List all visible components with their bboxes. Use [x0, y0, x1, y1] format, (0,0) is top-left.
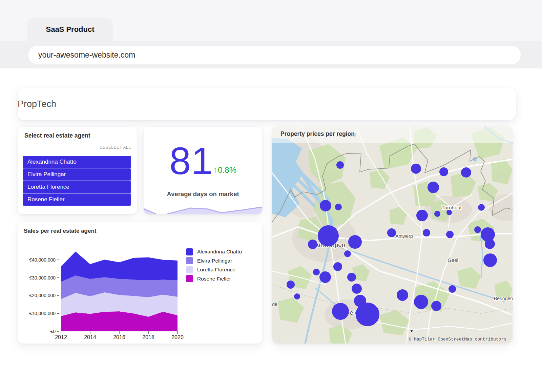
legend-swatch: [186, 266, 193, 273]
chart-legend: Alexandrina ChattoElvira PellingarLorett…: [186, 247, 242, 283]
legend-label: Elvira Pellingar: [197, 258, 232, 264]
agent-button-list: Alexandrina ChattoElvira PellingarLorett…: [23, 156, 131, 206]
dashboard-header-card: PropTech: [18, 88, 516, 120]
map-title: Property prices per region: [280, 130, 355, 138]
price-bubble[interactable]: [428, 182, 439, 193]
price-bubble[interactable]: [449, 285, 456, 293]
arrow-up-icon: ↑: [213, 165, 217, 175]
x-tick-label: 2016: [113, 334, 125, 340]
x-tick-label: 2018: [142, 334, 154, 340]
price-bubble[interactable]: [431, 301, 441, 311]
kpi-delta: ↑ 0.8%: [213, 165, 236, 175]
price-bubble[interactable]: [308, 240, 317, 249]
legend-swatch: [186, 257, 193, 264]
area-band: [61, 311, 178, 331]
url-bar-strip: your-awesome-website.com: [0, 41, 542, 68]
map-place-label: Geel: [447, 257, 458, 263]
page-title: PropTech: [18, 99, 56, 109]
price-bubble[interactable]: [461, 167, 471, 178]
price-bubble[interactable]: [387, 228, 396, 237]
price-bubble[interactable]: [411, 164, 421, 174]
price-bubble[interactable]: [344, 250, 351, 257]
kpi-delta-value: 0.8%: [218, 165, 236, 175]
price-bubble[interactable]: [313, 269, 320, 275]
legend-label: Alexandrina Chatto: [197, 249, 242, 255]
map-place-label: Beringen: [494, 296, 513, 301]
price-bubble[interactable]: [416, 210, 428, 221]
map[interactable]: RoosendaalTurnhoutAntwerpAntwerpenGeelMe…: [272, 126, 513, 344]
price-bubble[interactable]: [287, 281, 295, 289]
map-place-label: Turnhout: [441, 205, 462, 210]
agent-button[interactable]: Alexandrina Chatto: [23, 156, 131, 168]
y-tick-label: €30,000,000: [29, 275, 56, 281]
agent-button[interactable]: Rosene Fieller: [23, 193, 131, 206]
price-bubble[interactable]: [485, 239, 495, 249]
price-bubble[interactable]: [318, 225, 339, 246]
y-tick-label: €10,000,000: [29, 311, 56, 316]
agent-panel-title: Select real estate agent: [24, 132, 90, 139]
price-bubble[interactable]: [332, 303, 349, 320]
agent-button[interactable]: Loretta Florence: [23, 181, 131, 193]
legend-swatch: [186, 248, 193, 255]
price-bubble[interactable]: [347, 273, 356, 282]
price-bubble[interactable]: [446, 231, 454, 238]
map-place-label: Antwerp: [395, 233, 413, 239]
y-tick-label: €40,000,000: [29, 257, 56, 263]
price-bubble[interactable]: [294, 293, 300, 300]
map-marker-icon: ▼: [410, 329, 414, 333]
url-bar[interactable]: your-awesome-website.com: [28, 46, 521, 64]
price-bubble[interactable]: [356, 303, 379, 326]
price-bubble[interactable]: [336, 161, 344, 169]
price-bubble[interactable]: [434, 211, 440, 217]
x-tick-label: 2012: [55, 334, 67, 340]
price-bubble[interactable]: [335, 204, 342, 210]
legend-item[interactable]: Loretta Florence: [186, 265, 242, 274]
price-bubble[interactable]: [319, 271, 331, 283]
legend-item[interactable]: Alexandrina Chatto: [186, 247, 242, 256]
price-bubble[interactable]: [397, 289, 408, 301]
price-bubble[interactable]: [352, 284, 362, 294]
divider: [23, 153, 131, 153]
agent-selector-card: Select real estate agent DESELECT ALL Al…: [18, 127, 137, 214]
legend-label: Rosene Fieller: [197, 276, 231, 282]
map-attribution[interactable]: © MapTiler OpenStreetMap contributors: [409, 337, 506, 342]
price-bubble[interactable]: [483, 253, 497, 267]
url-text: your-awesome-website.com: [38, 50, 135, 60]
legend-label: Loretta Florence: [197, 267, 235, 273]
kpi-value: 81: [169, 142, 213, 180]
x-tick-label: 2020: [171, 334, 184, 340]
kpi-sparkline: [144, 190, 262, 214]
price-bubble[interactable]: [446, 210, 452, 215]
legend-swatch: [186, 275, 193, 282]
y-tick-label: €20,000,000: [29, 293, 56, 298]
price-bubble[interactable]: [439, 167, 448, 176]
price-bubble[interactable]: [414, 295, 428, 309]
price-bubble[interactable]: [474, 226, 481, 233]
agent-button[interactable]: Elvira Pellingar: [23, 168, 131, 181]
price-bubble[interactable]: [348, 235, 362, 249]
x-tick-label: 2014: [84, 334, 96, 340]
map-card: RoosendaalTurnhoutAntwerpAntwerpenGeelMe…: [272, 126, 513, 344]
price-bubble[interactable]: [478, 204, 485, 211]
browser-tab[interactable]: SaaS Product: [27, 18, 113, 41]
map-place-label: de: [272, 302, 277, 307]
price-bubble[interactable]: [320, 200, 331, 211]
kpi-card: 81 ↑ 0.8% Average days on market: [144, 127, 262, 214]
tab-title: SaaS Product: [46, 25, 94, 34]
legend-item[interactable]: Rosene Fieller: [186, 274, 242, 284]
y-tick-label: €0: [50, 329, 56, 334]
kpi-row: 81 ↑ 0.8%: [144, 142, 262, 180]
legend-item[interactable]: Elvira Pellingar: [186, 256, 242, 266]
sales-chart-card: Sales per real estate agent €0€10,000,00…: [18, 222, 262, 344]
price-bubble[interactable]: [333, 262, 342, 271]
price-bubble[interactable]: [423, 229, 430, 236]
deselect-all-button[interactable]: DESELECT ALL: [100, 145, 131, 150]
